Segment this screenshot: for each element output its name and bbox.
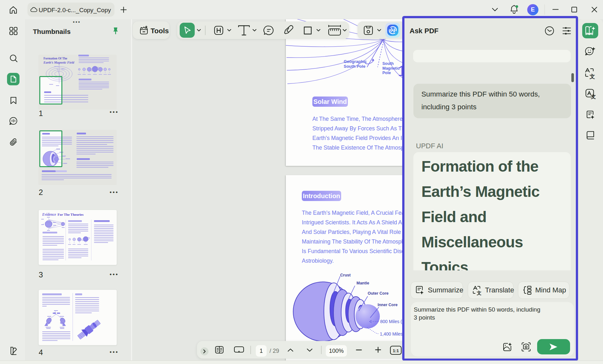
svg-text:Evidence: Evidence	[42, 213, 56, 216]
svg-text:文: 文	[589, 74, 595, 79]
svg-text:For The Theories: For The Theories	[58, 213, 84, 216]
svg-text:1:1: 1:1	[393, 348, 399, 353]
svg-text:Earth’s Magnetic Field: Earth’s Magnetic Field	[43, 61, 74, 64]
svg-text:Formation Of The: Formation Of The	[43, 57, 67, 60]
svg-text:文: 文	[591, 94, 596, 99]
svg-text:文: 文	[476, 290, 482, 295]
